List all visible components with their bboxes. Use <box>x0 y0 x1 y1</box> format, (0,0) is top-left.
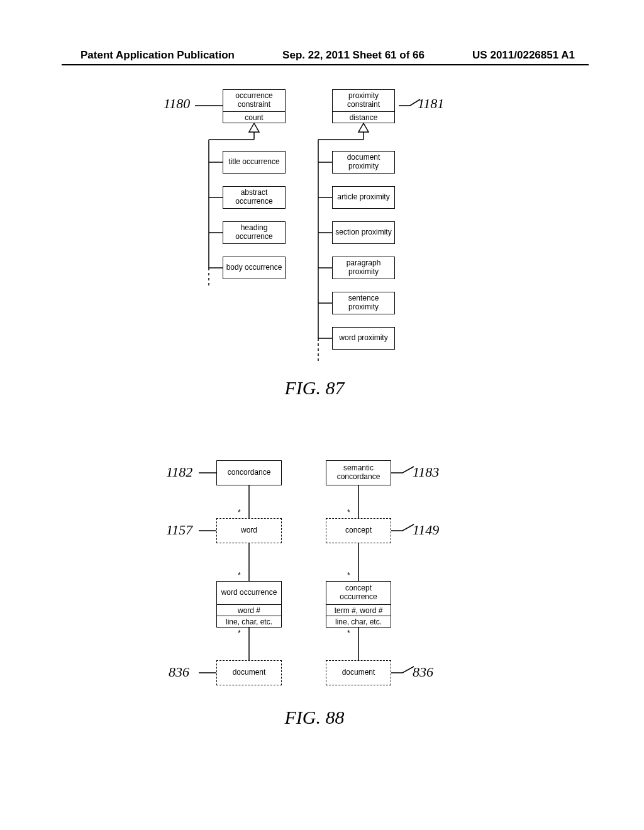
connectors-88 <box>0 0 644 830</box>
mult: * <box>347 508 350 517</box>
label: word <box>219 526 279 535</box>
box-article-proximity: article proximity <box>332 186 395 209</box>
attr-linechar-l: line, char, etc. <box>216 616 282 628</box>
ref-1182: 1182 <box>166 464 192 480</box>
svg-marker-1 <box>249 123 259 132</box>
mult: * <box>238 508 241 517</box>
label: term #, word # <box>335 606 383 615</box>
svg-marker-11 <box>358 123 369 132</box>
mult: * <box>347 571 350 580</box>
box-heading-occurrence: heading occurrence <box>223 221 286 244</box>
label: heading occurrence <box>226 224 282 241</box>
label: proximity constraint <box>335 92 392 109</box>
label: word # <box>238 606 260 615</box>
label: distance <box>350 113 378 122</box>
box-proximity-constraint: proximity constraint <box>332 89 395 112</box>
box-section-proximity: section proximity <box>332 221 395 244</box>
box-document-r: document <box>326 660 391 685</box>
label: body occurrence <box>226 263 282 272</box>
ref-1157: 1157 <box>166 522 192 538</box>
label: document <box>219 668 279 677</box>
label: line, char, etc. <box>226 617 272 626</box>
connectors-87 <box>0 0 644 830</box>
label: concept occurrence <box>329 584 388 602</box>
label: line, char, etc. <box>335 617 382 626</box>
label: sentence proximity <box>335 294 392 312</box>
label: paragraph proximity <box>335 259 392 277</box>
box-word-proximity: word proximity <box>332 327 395 350</box>
ref-836-l: 836 <box>169 664 189 680</box>
label: semantic concordance <box>329 464 388 482</box>
mult: * <box>238 629 241 638</box>
attr-count: count <box>223 112 286 123</box>
attr-linechar-r: line, char, etc. <box>326 616 391 628</box>
box-semantic-concordance: semantic concordance <box>326 460 391 485</box>
box-title-occurrence: title occurrence <box>223 151 286 174</box>
box-concept-occurrence: concept occurrence <box>326 581 391 605</box>
ref-836-r: 836 <box>413 664 433 680</box>
label: occurrence constraint <box>226 92 282 109</box>
label: concordance <box>219 468 279 477</box>
label: title occurrence <box>226 158 282 167</box>
ref-1183: 1183 <box>413 464 439 480</box>
box-document-proximity: document proximity <box>332 151 395 174</box>
label: word occurrence <box>219 589 279 597</box>
attr-termword: term #, word # <box>326 605 391 616</box>
label: abstract occurrence <box>226 189 282 206</box>
box-paragraph-proximity: paragraph proximity <box>332 257 395 279</box>
fig88-label: FIG. 88 <box>252 707 377 728</box>
box-word-occurrence: word occurrence <box>216 581 282 605</box>
attr-wordnum: word # <box>216 605 282 616</box>
box-document-l: document <box>216 660 282 685</box>
label: article proximity <box>335 193 392 202</box>
box-abstract-occurrence: abstract occurrence <box>223 186 286 209</box>
attr-distance: distance <box>332 112 395 123</box>
ref-1181: 1181 <box>418 96 444 112</box>
box-sentence-proximity: sentence proximity <box>332 292 395 314</box>
label: count <box>245 113 263 122</box>
diagram-canvas: occurrence constraint count 1180 title o… <box>0 0 644 830</box>
label: word proximity <box>335 334 392 343</box>
label: document proximity <box>335 153 392 171</box>
box-word: word <box>216 518 282 543</box>
ref-1149: 1149 <box>413 522 439 538</box>
fig87-label: FIG. 87 <box>252 377 377 399</box>
label: document <box>329 668 388 677</box>
box-body-occurrence: body occurrence <box>223 257 286 279</box>
mult: * <box>347 629 350 638</box>
label: section proximity <box>335 228 392 237</box>
ref-1180: 1180 <box>164 96 190 112</box>
box-occurrence-constraint: occurrence constraint <box>223 89 286 112</box>
label: concept <box>329 526 388 535</box>
box-concordance: concordance <box>216 460 282 485</box>
mult: * <box>238 571 241 580</box>
box-concept: concept <box>326 518 391 543</box>
